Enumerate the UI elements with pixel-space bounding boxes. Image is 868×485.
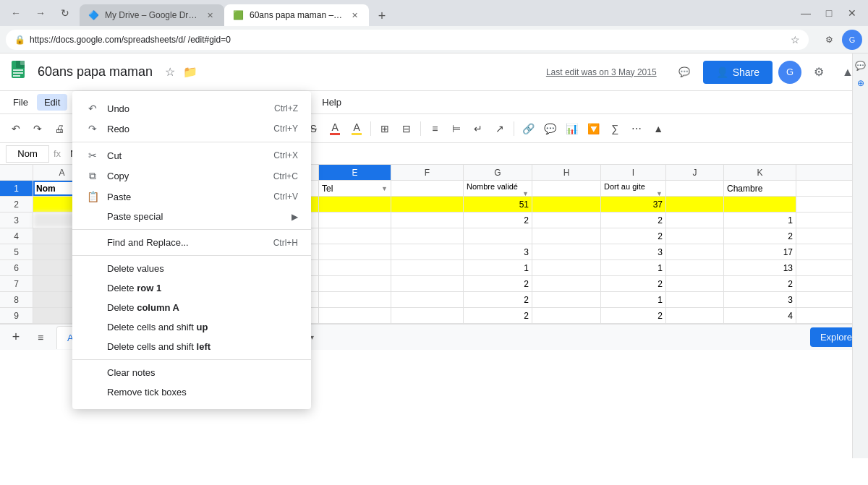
ctx-undo-item[interactable]: ↶ Undo Ctrl+Z — [72, 98, 311, 119]
cell-j8[interactable] — [666, 292, 724, 307]
cell-h2[interactable] — [532, 197, 601, 212]
col-header-k[interactable]: K — [724, 165, 796, 180]
highlight-color-button[interactable]: A — [346, 119, 367, 139]
ctx-delete-values-item[interactable]: Delete values — [72, 259, 311, 278]
ctx-redo-item[interactable]: ↷ Redo Ctrl+Y — [72, 119, 311, 139]
cell-i1[interactable]: Dort au gite ▼ — [601, 181, 666, 196]
cell-j9[interactable] — [666, 308, 724, 323]
ctx-delete-shift-up-item[interactable]: Delete cells and shift up — [72, 317, 311, 337]
cell-i2[interactable]: 37 — [601, 197, 666, 212]
cell-e5[interactable] — [319, 244, 391, 259]
cell-h3[interactable] — [532, 213, 601, 228]
new-tab-button[interactable]: + — [372, 6, 392, 26]
cell-g5[interactable]: 3 — [464, 244, 532, 259]
align-button[interactable]: ≡ — [425, 119, 445, 139]
cell-e7[interactable] — [319, 276, 391, 291]
row-header-9[interactable]: 9 — [0, 308, 33, 323]
ctx-remove-tick-item[interactable]: Remove tick boxes — [72, 382, 311, 402]
print-button[interactable]: 🖨 — [49, 119, 69, 139]
cell-h8[interactable] — [532, 292, 601, 307]
cell-g8[interactable]: 2 — [464, 292, 532, 307]
tab-sheets[interactable]: 🟩 60ans papa maman – Google Sh... ✕ — [224, 4, 369, 26]
cell-e4[interactable] — [319, 228, 391, 244]
cell-f6[interactable] — [391, 260, 464, 275]
cell-j5[interactable] — [666, 244, 724, 259]
cell-i3[interactable]: 2 — [601, 213, 666, 228]
link-button[interactable]: 🔗 — [518, 119, 538, 139]
menu-file[interactable]: File — [6, 94, 35, 111]
cell-j1[interactable] — [666, 181, 724, 196]
select-all-button[interactable] — [0, 165, 33, 180]
cell-j3[interactable] — [666, 213, 724, 228]
comment-button[interactable]: 💬 — [671, 59, 697, 85]
cell-e2[interactable] — [319, 197, 391, 212]
merge-button[interactable]: ⊟ — [396, 119, 417, 139]
row-header-7[interactable]: 7 — [0, 276, 33, 291]
menu-help[interactable]: Help — [315, 94, 349, 111]
last-edit-text[interactable]: Last edit was on 3 May 2015 — [546, 67, 657, 77]
cell-k4[interactable]: 2 — [724, 228, 796, 244]
settings-icon[interactable]: ⚙ — [807, 61, 830, 84]
row-header-3[interactable]: 3 — [0, 213, 33, 228]
ctx-clear-notes-item[interactable]: Clear notes — [72, 363, 311, 382]
cell-g9[interactable]: 2 — [464, 308, 532, 323]
cell-h4[interactable] — [532, 228, 601, 244]
col-header-g[interactable]: G — [464, 165, 532, 180]
cell-h7[interactable] — [532, 276, 601, 291]
cell-j2[interactable] — [666, 197, 724, 212]
borders-button[interactable]: ⊞ — [375, 119, 395, 139]
ctx-paste-item[interactable]: 📋 Paste Ctrl+V — [72, 186, 311, 207]
cell-reference-input[interactable] — [6, 145, 49, 163]
row-header-8[interactable]: 8 — [0, 292, 33, 307]
row-header-6[interactable]: 6 — [0, 260, 33, 275]
maximize-button[interactable]: □ — [819, 3, 839, 23]
cell-k3[interactable]: 1 — [724, 213, 796, 228]
ctx-paste-special-item[interactable]: Paste special ▶ — [72, 207, 311, 226]
cell-j4[interactable] — [666, 228, 724, 244]
star-icon[interactable]: ☆ — [791, 34, 800, 46]
sheet-tab-intendance-arrow[interactable]: ▾ — [310, 333, 314, 341]
cell-i9[interactable]: 2 — [601, 308, 666, 323]
filter-icon-g1[interactable]: ▼ — [522, 191, 529, 196]
user-avatar[interactable]: G — [778, 61, 801, 84]
minimize-button[interactable]: — — [796, 3, 816, 23]
collapse-toolbar-button[interactable]: ▲ — [648, 119, 668, 139]
cell-k5[interactable]: 17 — [724, 244, 796, 259]
col-header-e[interactable]: E — [319, 165, 391, 180]
cell-g6[interactable]: 1 — [464, 260, 532, 275]
tab-drive-close[interactable]: ✕ — [204, 9, 216, 21]
cell-e8[interactable] — [319, 292, 391, 307]
col-header-j[interactable]: J — [666, 165, 724, 180]
cell-f4[interactable] — [391, 228, 464, 244]
extensions-button[interactable]: ⚙ — [819, 30, 839, 50]
cell-e3[interactable] — [319, 213, 391, 228]
cell-h9[interactable] — [532, 308, 601, 323]
cell-e1[interactable]: Tel ▼ — [319, 181, 391, 196]
col-header-f[interactable]: F — [391, 165, 464, 180]
cell-h6[interactable] — [532, 260, 601, 275]
filter-button[interactable]: 🔽 — [583, 119, 603, 139]
forward-button[interactable]: → — [30, 3, 51, 23]
chart-button[interactable]: 📊 — [561, 119, 582, 139]
row-header-2[interactable]: 2 — [0, 197, 33, 212]
cell-f2[interactable] — [391, 197, 464, 212]
cell-e9[interactable] — [319, 308, 391, 323]
cell-i7[interactable]: 2 — [601, 276, 666, 291]
undo-toolbar-button[interactable]: ↶ — [6, 119, 26, 139]
function-button[interactable]: ∑ — [605, 119, 625, 139]
ctx-find-replace-item[interactable]: Find and Replace... Ctrl+H — [72, 233, 311, 252]
row-header-1[interactable]: 1 — [0, 181, 33, 196]
cell-h1[interactable] — [532, 181, 601, 196]
row-header-5[interactable]: 5 — [0, 244, 33, 259]
cell-i6[interactable]: 1 — [601, 260, 666, 275]
redo-toolbar-button[interactable]: ↷ — [27, 119, 48, 139]
row-header-4[interactable]: 4 — [0, 228, 33, 244]
filter-icon-i1[interactable]: ▼ — [656, 191, 663, 196]
cell-f7[interactable] — [391, 276, 464, 291]
all-sheets-button[interactable]: ≡ — [30, 327, 51, 348]
cell-e6[interactable] — [319, 260, 391, 275]
filter-icon-e1[interactable]: ▼ — [381, 185, 388, 192]
wrap-button[interactable]: ↵ — [468, 119, 488, 139]
cell-i4[interactable]: 2 — [601, 228, 666, 244]
cell-k6[interactable]: 13 — [724, 260, 796, 275]
